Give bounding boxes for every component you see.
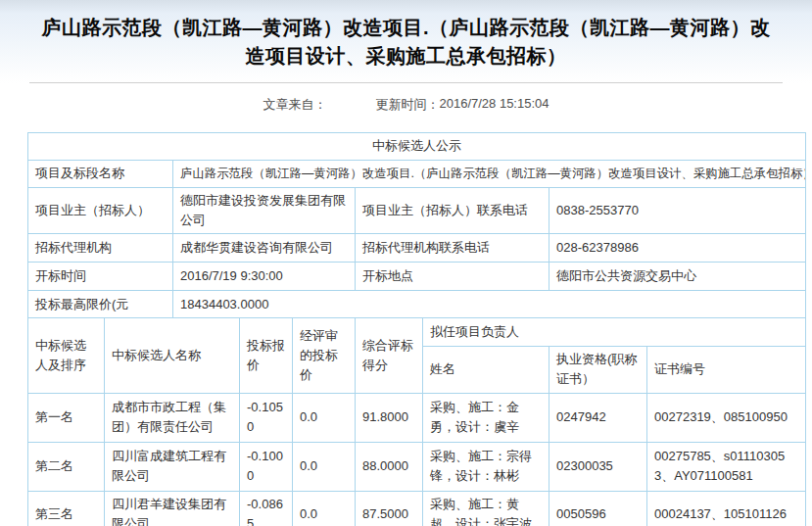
table-row: 中标候选人公示 bbox=[28, 133, 806, 161]
info-value-owner: 德阳市建设投资发展集团有限公司 bbox=[173, 188, 356, 234]
col-header-cert-no: 证书编号 bbox=[647, 347, 806, 393]
info-label-agency: 招标代理机构 bbox=[28, 234, 173, 263]
col-header-manager-group: 拟任项目负责人 bbox=[423, 318, 806, 347]
cell-manager: 采购、施工：金勇，设计：虞辛 bbox=[423, 393, 549, 442]
cell-score: 91.8000 bbox=[356, 393, 423, 442]
cell-qualification: 02300035 bbox=[549, 442, 647, 491]
cell-evaluated-price: 0.0 bbox=[293, 393, 356, 442]
info-value-owner-phone: 0838-2553770 bbox=[549, 188, 806, 234]
table-row: 项目业主（招标人） 德阳市建设投资发展集团有限公司 项目业主（招标人）联系电话 … bbox=[28, 188, 806, 234]
cell-rank: 第一名 bbox=[28, 393, 105, 442]
cell-company-name: 四川君羊建设集团有限公司 bbox=[105, 491, 240, 526]
table-row: 招标代理机构 成都华贯建设咨询有限公司 招标代理机构联系电话 028-62378… bbox=[28, 234, 806, 263]
cell-bid-price: -0.0865 bbox=[240, 491, 293, 526]
article-source-label: 文章来自： bbox=[263, 96, 326, 114]
info-label-open-place: 开标地点 bbox=[356, 263, 549, 291]
article-updated-label: 更新时间： bbox=[375, 96, 439, 114]
bid-announcement-table: 中标候选人公示 项目及标段名称 庐山路示范段（凯江路—黄河路）改造项目.（庐山路… bbox=[27, 132, 806, 526]
info-value-price-cap: 18434403.0000 bbox=[173, 291, 806, 318]
article-meta: 文章来自： 更新时间： 2016/7/28 15:15:04 bbox=[0, 83, 812, 132]
info-label-price-cap: 投标最高限价(元 bbox=[28, 291, 173, 318]
col-header-rank: 中标候选人及排序 bbox=[28, 318, 105, 393]
header-divider bbox=[29, 82, 783, 83]
info-value-agency: 成都华贯建设咨询有限公司 bbox=[173, 234, 356, 263]
col-header-evaluated-price: 经评审的投标价 bbox=[293, 318, 356, 393]
article-updated-value: 2016/7/28 15:15:04 bbox=[439, 96, 549, 111]
candidate-row: 第二名 四川富成建筑工程有限公司 -0.1000 0.0 88.0000 采购、… bbox=[28, 442, 806, 491]
info-value-open-time: 2016/7/19 9:30:00 bbox=[173, 263, 356, 291]
cell-cert-no: 00024137、105101126 bbox=[647, 491, 806, 526]
info-value-agency-phone: 028-62378986 bbox=[549, 234, 806, 263]
cell-company-name: 成都市市政工程（集团）有限责任公司 bbox=[105, 393, 240, 442]
col-header-qualification: 执业资格(职称证书） bbox=[549, 347, 647, 393]
cell-manager: 采购、施工：黄超，设计：张宇波 bbox=[423, 491, 549, 526]
cell-bid-price: -0.1050 bbox=[240, 393, 293, 442]
cell-rank: 第三名 bbox=[28, 491, 105, 526]
cell-bid-price: -0.1000 bbox=[240, 442, 293, 491]
cell-qualification: 0050596 bbox=[549, 491, 647, 526]
table-row: 投标最高限价(元 18434403.0000 bbox=[28, 291, 806, 318]
cell-evaluated-price: 0.0 bbox=[293, 442, 356, 491]
cell-rank: 第二名 bbox=[28, 442, 105, 491]
info-label-agency-phone: 招标代理机构联系电话 bbox=[356, 234, 549, 263]
candidate-row: 第三名 四川君羊建设集团有限公司 -0.0865 0.0 87.5000 采购、… bbox=[28, 491, 806, 526]
cell-score: 88.0000 bbox=[356, 442, 423, 491]
col-header-bid-price: 投标报价 bbox=[240, 318, 293, 393]
info-value-open-place: 德阳市公共资源交易中心 bbox=[549, 263, 806, 291]
cell-manager: 采购、施工：宗得锋，设计：林彬 bbox=[423, 442, 549, 491]
cell-evaluated-price: 0.0 bbox=[293, 491, 356, 526]
info-value-project-name: 庐山路示范段（凯江路—黄河路）改造项目.（庐山路示范段（凯江路—黄河路）改造项目… bbox=[173, 161, 806, 188]
info-label-owner-phone: 项目业主（招标人）联系电话 bbox=[356, 188, 549, 234]
col-header-manager-name: 姓名 bbox=[423, 347, 549, 393]
info-label-project-name: 项目及标段名称 bbox=[28, 161, 173, 188]
cell-score: 87.5000 bbox=[356, 491, 423, 526]
table-title: 中标候选人公示 bbox=[28, 133, 806, 161]
cell-qualification: 0247942 bbox=[549, 393, 647, 442]
info-label-owner: 项目业主（招标人） bbox=[28, 188, 173, 234]
info-label-open-time: 开标时间 bbox=[28, 263, 173, 291]
cell-company-name: 四川富成建筑工程有限公司 bbox=[105, 442, 240, 491]
table-row: 开标时间 2016/7/19 9:30:00 开标地点 德阳市公共资源交易中心 bbox=[28, 263, 806, 291]
table-header-row: 中标候选人及排序 中标候选人名称 投标报价 经评审的投标价 综合评标得分 拟任项… bbox=[28, 318, 806, 347]
page-title: 庐山路示范段（凯江路—黄河路）改造项目.（庐山路示范段（凯江路—黄河路）改造项目… bbox=[0, 0, 812, 71]
cell-cert-no: 00272319、085100950 bbox=[647, 393, 806, 442]
col-header-score: 综合评标得分 bbox=[356, 318, 423, 393]
cell-cert-no: 00275785、s011103053、AY071100581 bbox=[647, 442, 806, 491]
page-header: 庐山路示范段（凯江路—黄河路）改造项目.（庐山路示范段（凯江路—黄河路）改造项目… bbox=[0, 0, 812, 83]
table-row: 项目及标段名称 庐山路示范段（凯江路—黄河路）改造项目.（庐山路示范段（凯江路—… bbox=[28, 161, 806, 188]
col-header-name: 中标候选人名称 bbox=[105, 318, 240, 393]
candidate-row: 第一名 成都市市政工程（集团）有限责任公司 -0.1050 0.0 91.800… bbox=[28, 393, 806, 442]
